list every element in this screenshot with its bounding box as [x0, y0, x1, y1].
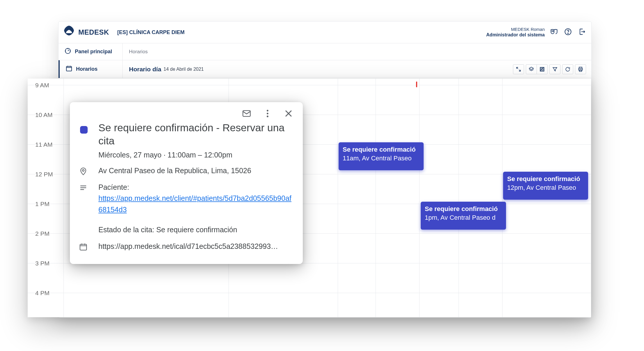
time-label: 9 AM — [35, 82, 61, 89]
close-icon[interactable] — [284, 109, 293, 120]
time-label: 2 PM — [35, 230, 61, 237]
gauge-icon — [64, 47, 71, 56]
svg-point-0 — [68, 30, 70, 31]
hatch-button[interactable] — [537, 64, 548, 74]
popup-action-bar — [78, 109, 293, 120]
event-title: Se requiere confirmació — [507, 175, 584, 183]
popup-ical-link[interactable]: https://app.medesk.net/ical/d71ecbc5c5a2… — [98, 241, 278, 252]
sidebar-item-panel-principal[interactable]: Panel principal — [59, 43, 123, 60]
print-button[interactable] — [575, 64, 586, 74]
svg-point-12 — [267, 110, 268, 111]
time-label: 12 PM — [35, 171, 61, 178]
calendar-event[interactable]: Se requiere confirmació 12pm, Av Central… — [503, 172, 588, 200]
popup-location: Av Central Paseo de la Republica, Lima, … — [98, 165, 251, 176]
breadcrumb: Horarios — [123, 43, 148, 60]
grid-row: 3 PM — [28, 263, 591, 293]
sidebar-item-horarios[interactable]: Horarios — [59, 60, 123, 78]
svg-rect-6 — [66, 66, 72, 71]
view-date: 14 de Abril de 2021 — [164, 67, 204, 72]
medesk-subbar: Panel principal Horarios — [59, 43, 591, 60]
calendar-event[interactable]: Se requiere confirmació 11am, Av Central… — [339, 142, 424, 170]
user-name: MEDESK Roman — [486, 27, 545, 32]
layers-button[interactable] — [526, 64, 537, 74]
theater-masks-icon[interactable] — [550, 28, 558, 37]
time-label: 11 AM — [35, 141, 61, 148]
patient-link[interactable]: https://app.medesk.net/client/#patients/… — [98, 194, 291, 214]
view-title: Horario día — [129, 66, 161, 73]
filter-button[interactable] — [549, 64, 560, 74]
current-user[interactable]: MEDESK Roman Administrador del sistema — [486, 27, 545, 38]
calendar-outline-icon — [78, 241, 89, 251]
clinic-name: [ES] CLÍNICA CARPE DIEM — [117, 29, 185, 36]
svg-point-15 — [82, 169, 84, 171]
event-popup: Se requiere confirmación - Reservar una … — [70, 102, 303, 264]
event-subtitle: 1pm, Av Central Paseo d — [425, 213, 502, 222]
topbar-icon-group — [550, 28, 586, 37]
expand-button[interactable] — [513, 64, 524, 74]
description-icon — [78, 182, 89, 192]
calendar-event[interactable]: Se requiere confirmació 1pm, Av Central … — [421, 202, 506, 230]
event-subtitle: 11am, Av Central Paseo — [343, 154, 420, 163]
svg-point-2 — [553, 31, 553, 31]
medesk-toolbar: Horarios Horario día 14 de Abril de 2021 — [59, 60, 591, 78]
event-subtitle: 12pm, Av Central Paseo — [507, 183, 584, 192]
popup-description: Pacíente: https://app.medesk.net/client/… — [98, 182, 295, 235]
medesk-logo-icon — [63, 25, 75, 39]
svg-point-13 — [267, 113, 268, 114]
status-value: Se requiere confirmación — [156, 226, 237, 234]
time-label: 10 AM — [35, 111, 61, 118]
user-role: Administrador del sistema — [486, 32, 545, 38]
more-options-icon[interactable] — [263, 109, 273, 120]
calendar-icon — [66, 65, 72, 73]
now-indicator — [416, 81, 417, 87]
popup-event-title: Se requiere confirmación - Reservar una … — [98, 121, 295, 148]
patient-label: Pacíente: — [98, 183, 129, 191]
help-icon[interactable] — [564, 28, 572, 37]
event-title: Se requiere confirmació — [425, 205, 502, 213]
event-title: Se requiere confirmació — [343, 145, 420, 154]
svg-point-4 — [568, 33, 568, 34]
svg-point-1 — [552, 31, 553, 31]
svg-point-14 — [267, 116, 268, 117]
medesk-logo-text: MEDESK — [78, 28, 109, 36]
medesk-logo[interactable]: MEDESK — [63, 25, 109, 39]
medesk-topbar: MEDESK [ES] CLÍNICA CARPE DIEM MEDESK Ro… — [59, 22, 591, 43]
location-pin-icon — [78, 165, 89, 176]
status-label: Estado de la cita: — [98, 226, 154, 234]
time-label: 3 PM — [35, 260, 61, 267]
mail-icon[interactable] — [242, 109, 252, 120]
time-label: 1 PM — [35, 201, 61, 208]
svg-rect-16 — [80, 244, 87, 250]
refresh-button[interactable] — [562, 64, 573, 74]
sidebar-label: Horarios — [76, 66, 98, 72]
time-label: 4 PM — [35, 290, 61, 297]
grid-row: 4 PM — [28, 293, 591, 317]
logout-icon[interactable] — [578, 28, 586, 37]
sidebar-label: Panel principal — [75, 49, 112, 55]
popup-event-datetime: Miércoles, 27 mayo · 11:00am – 12:00pm — [98, 151, 295, 159]
toolbar-actions — [513, 60, 591, 78]
event-color-swatch — [80, 126, 88, 134]
